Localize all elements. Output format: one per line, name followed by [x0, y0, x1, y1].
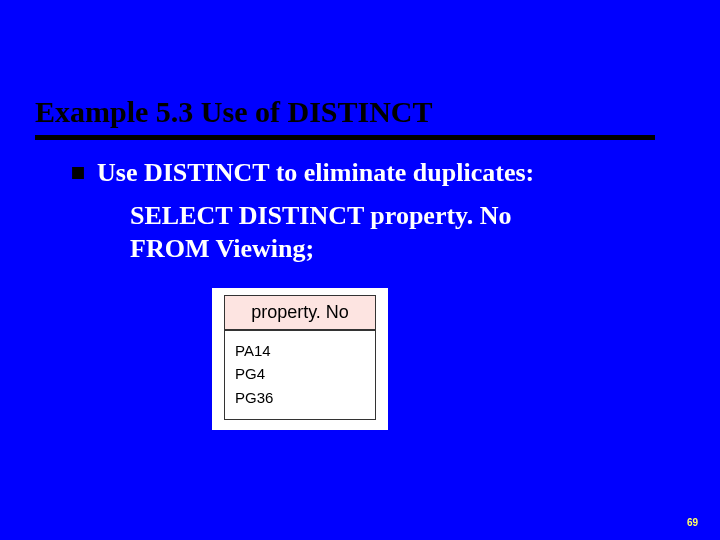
page-number: 69 [687, 517, 698, 528]
result-table: property. No PA14 PG4 PG36 [212, 288, 388, 430]
sql-line-2: FROM Viewing; [130, 233, 511, 266]
sql-code-block: SELECT DISTINCT property. No FROM Viewin… [130, 200, 511, 265]
slide: Example 5.3 Use of DISTINCT ◆ Use DISTIN… [0, 0, 720, 540]
result-body: PA14 PG4 PG36 [224, 330, 376, 420]
result-row: PG36 [235, 386, 365, 409]
result-row: PA14 [235, 339, 365, 362]
slide-title: Example 5.3 Use of DISTINCT [35, 95, 655, 133]
title-underline [35, 135, 655, 140]
result-header: property. No [224, 295, 376, 330]
bullet-line: ◆ Use DISTINCT to eliminate duplicates: [70, 158, 534, 188]
sql-line-1: SELECT DISTINCT property. No [130, 200, 511, 233]
title-block: Example 5.3 Use of DISTINCT [35, 95, 655, 140]
diamond-bullet-icon: ◆ [65, 158, 93, 186]
result-row: PG4 [235, 362, 365, 385]
bullet-text: Use DISTINCT to eliminate duplicates: [97, 158, 534, 188]
